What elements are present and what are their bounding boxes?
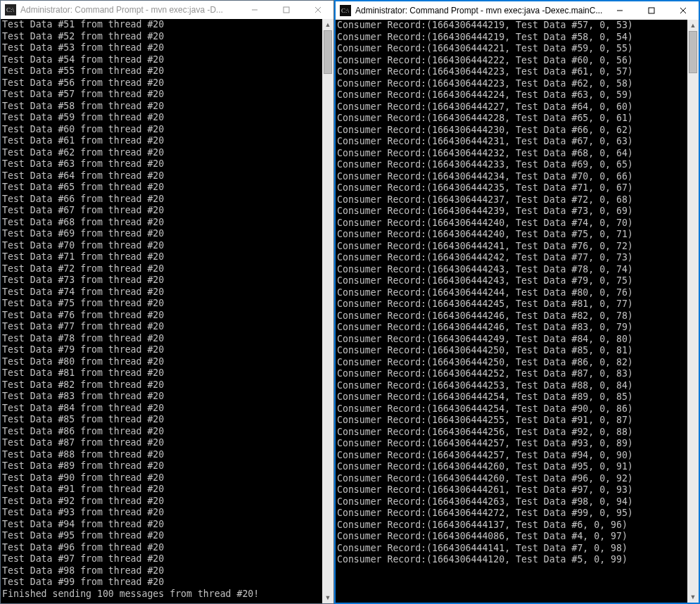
terminal-line: Consumer Record:(1664306444232, Test Dat… — [337, 148, 686, 160]
terminal-line: Consumer Record:(1664306444242, Test Dat… — [337, 252, 686, 264]
window-controls — [604, 1, 699, 20]
terminal-line: Test Data #92 from thread #20 — [2, 496, 321, 508]
scrollbar-thumb[interactable] — [324, 30, 332, 74]
terminal-line: Test Data #83 from thread #20 — [2, 391, 321, 403]
cmd-window-consumer: C:\ Administrator: Command Prompt - mvn … — [334, 0, 700, 604]
terminal-line: Consumer Record:(1664306444228, Test Dat… — [337, 113, 686, 125]
terminal-line: Test Data #97 from thread #20 — [2, 553, 321, 565]
terminal-line: Test Data #82 from thread #20 — [2, 379, 321, 391]
terminal-line: Consumer Record:(1664306444237, Test Dat… — [337, 194, 686, 206]
terminal-line: Test Data #71 from thread #20 — [2, 251, 321, 263]
terminal-line: Consumer Record:(1664306444231, Test Dat… — [337, 136, 686, 148]
terminal-line: Test Data #91 from thread #20 — [2, 484, 321, 496]
terminal-line: Consumer Record:(1664306444246, Test Dat… — [337, 310, 686, 322]
maximize-button[interactable] — [635, 1, 667, 20]
terminal-line: Finished sending 100 messages from threa… — [2, 589, 321, 600]
terminal-line: Consumer Record:(1664306444234, Test Dat… — [337, 171, 686, 183]
titlebar[interactable]: C:\ Administrator: Command Prompt - mvn … — [1, 1, 333, 19]
terminal-line: Test Data #76 from thread #20 — [2, 310, 321, 322]
scrollbar-thumb[interactable] — [689, 31, 697, 73]
terminal-line: Consumer Record:(1664306444239, Test Dat… — [337, 206, 686, 218]
terminal-line: Consumer Record:(1664306444120, Test Dat… — [337, 554, 686, 566]
terminal-line: Test Data #66 from thread #20 — [2, 194, 321, 206]
svg-rect-3 — [284, 7, 289, 13]
window-title: Administrator: Command Prompt - mvn exec… — [20, 5, 238, 15]
terminal-line: Consumer Record:(1664306444240, Test Dat… — [337, 218, 686, 229]
scroll-up-button[interactable]: ▲ — [322, 19, 333, 30]
terminal-line: Consumer Record:(1664306444243, Test Dat… — [337, 275, 686, 287]
vertical-scrollbar[interactable]: ▲ ▼ — [322, 19, 333, 603]
terminal-line: Consumer Record:(1664306444254, Test Dat… — [337, 403, 686, 415]
svg-text:C:\: C:\ — [341, 7, 350, 14]
terminal-line: Consumer Record:(1664306444243, Test Dat… — [337, 264, 686, 276]
terminal-line: Consumer Record:(1664306444241, Test Dat… — [337, 241, 686, 253]
terminal-line: Test Data #57 from thread #20 — [2, 89, 321, 101]
terminal-line: Test Data #68 from thread #20 — [2, 217, 321, 229]
scroll-down-button[interactable]: ▼ — [687, 591, 699, 603]
terminal-line: Consumer Record:(1664306444227, Test Dat… — [337, 101, 686, 113]
terminal-line: Consumer Record:(1664306444219, Test Dat… — [337, 20, 686, 32]
terminal-output[interactable]: Test Data #51 from thread #20Test Data #… — [1, 19, 322, 603]
window-title: Administrator: Command Prompt - mvn exec… — [355, 6, 604, 15]
maximize-button[interactable] — [270, 1, 302, 19]
terminal-line: Test Data #94 from thread #20 — [2, 519, 321, 531]
cmd-icon: C:\ — [340, 5, 351, 16]
terminal-line: Test Data #51 from thread #20 — [2, 19, 321, 31]
terminal-line: Consumer Record:(1664306444235, Test Dat… — [337, 182, 686, 194]
cmd-icon: C:\ — [5, 4, 16, 15]
vertical-scrollbar[interactable]: ▲ ▼ — [687, 20, 699, 603]
terminal-line: Consumer Record:(1664306444137, Test Dat… — [337, 520, 686, 531]
terminal-line: Test Data #55 from thread #20 — [2, 65, 321, 77]
close-button[interactable] — [302, 1, 333, 19]
titlebar[interactable]: C:\ Administrator: Command Prompt - mvn … — [336, 1, 699, 20]
terminal-line: Consumer Record:(1664306444250, Test Dat… — [337, 357, 686, 369]
terminal-line: Test Data #59 from thread #20 — [2, 112, 321, 124]
close-button[interactable] — [667, 1, 699, 20]
terminal-line: Consumer Record:(1664306444253, Test Dat… — [337, 380, 686, 392]
scroll-up-button[interactable]: ▲ — [687, 20, 699, 31]
minimize-button[interactable] — [604, 1, 635, 20]
terminal-line: Consumer Record:(1664306444261, Test Dat… — [337, 484, 686, 496]
terminal-line: Test Data #67 from thread #20 — [2, 205, 321, 217]
terminal-line: Consumer Record:(1664306444230, Test Dat… — [337, 125, 686, 137]
terminal-line: Test Data #70 from thread #20 — [2, 240, 321, 252]
terminal-line: Test Data #62 from thread #20 — [2, 147, 321, 159]
terminal-line: Test Data #93 from thread #20 — [2, 507, 321, 519]
terminal-line: Test Data #96 from thread #20 — [2, 542, 321, 554]
terminal-line: Consumer Record:(1664306444257, Test Dat… — [337, 450, 686, 462]
terminal-line: Test Data #79 from thread #20 — [2, 344, 321, 356]
terminal-line: Test Data #89 from thread #20 — [2, 460, 321, 472]
terminal-line: Consumer Record:(1664306444255, Test Dat… — [337, 415, 686, 427]
terminal-line: Consumer Record:(1664306444252, Test Dat… — [337, 368, 686, 380]
terminal-line: Consumer Record:(1664306444223, Test Dat… — [337, 66, 686, 78]
window-controls — [238, 1, 333, 19]
terminal-line: Test Data #72 from thread #20 — [2, 263, 321, 275]
terminal-line: Test Data #65 from thread #20 — [2, 182, 321, 194]
terminal-line: Test Data #90 from thread #20 — [2, 472, 321, 484]
terminal-line: Test Data #87 from thread #20 — [2, 437, 321, 449]
terminal-line: Test Data #84 from thread #20 — [2, 403, 321, 415]
minimize-button[interactable] — [238, 1, 270, 19]
terminal-line: Test Data #63 from thread #20 — [2, 158, 321, 170]
terminal-line: Test Data #99 from thread #20 — [2, 577, 321, 589]
scroll-down-button[interactable]: ▼ — [322, 592, 333, 603]
terminal-line: Consumer Record:(1664306444246, Test Dat… — [337, 322, 686, 334]
terminal-line: Test Data #98 from thread #20 — [2, 565, 321, 577]
terminal-line: Test Data #56 from thread #20 — [2, 77, 321, 89]
terminal-line: Consumer Record:(1664306444219, Test Dat… — [337, 32, 686, 44]
terminal-line: Test Data #52 from thread #20 — [2, 31, 321, 43]
terminal-line: Consumer Record:(1664306444250, Test Dat… — [337, 345, 686, 357]
terminal-line: Consumer Record:(1664306444260, Test Dat… — [337, 473, 686, 485]
client-area: Test Data #51 from thread #20Test Data #… — [1, 19, 333, 603]
svg-text:C:\: C:\ — [6, 6, 15, 13]
terminal-line: Consumer Record:(1664306444256, Test Dat… — [337, 427, 686, 439]
terminal-line: Test Data #54 from thread #20 — [2, 54, 321, 66]
terminal-output[interactable]: Consumer Record:(1664306444219, Test Dat… — [336, 20, 687, 603]
terminal-line: Consumer Record:(1664306444260, Test Dat… — [337, 461, 686, 473]
terminal-line: Test Data #81 from thread #20 — [2, 367, 321, 379]
terminal-line: Consumer Record:(1664306444240, Test Dat… — [337, 229, 686, 241]
terminal-line: Consumer Record:(1664306444222, Test Dat… — [337, 55, 686, 67]
terminal-line: Test Data #60 from thread #20 — [2, 124, 321, 136]
terminal-line: Consumer Record:(1664306444257, Test Dat… — [337, 438, 686, 450]
terminal-line: Consumer Record:(1664306444263, Test Dat… — [337, 496, 686, 508]
